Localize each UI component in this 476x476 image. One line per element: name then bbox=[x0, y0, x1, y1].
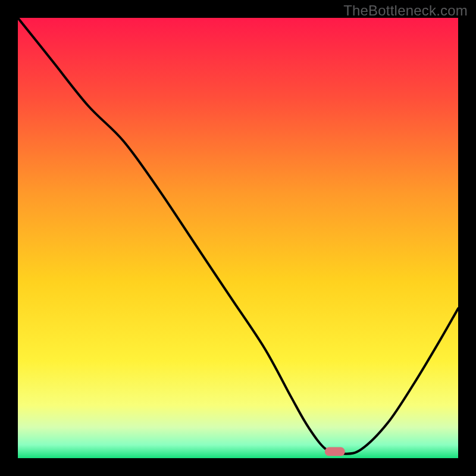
chart-frame: TheBottleneck.com bbox=[0, 0, 476, 476]
optimal-marker bbox=[325, 447, 345, 456]
watermark-text: TheBottleneck.com bbox=[343, 2, 468, 19]
bottleneck-chart bbox=[18, 18, 458, 458]
gradient-background bbox=[18, 18, 458, 458]
